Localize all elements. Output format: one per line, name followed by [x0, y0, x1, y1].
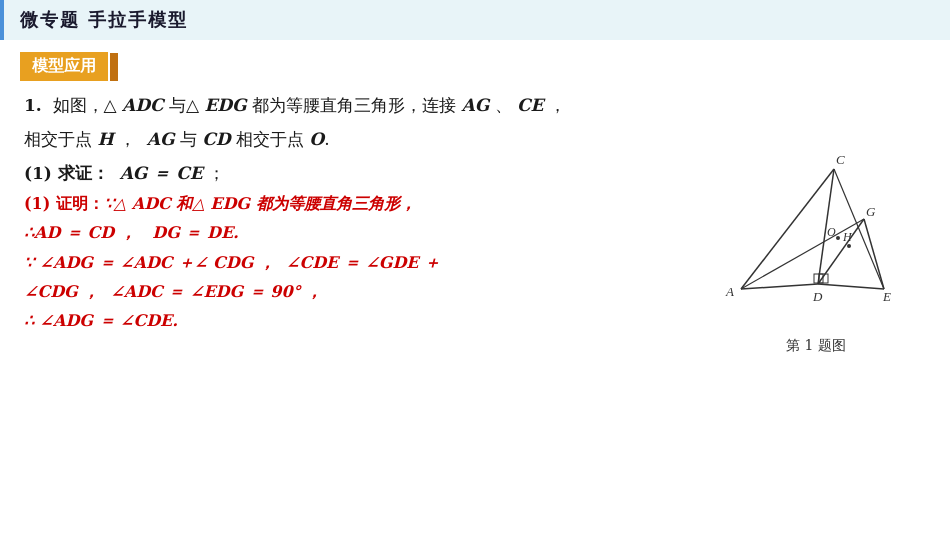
header-bar: 微专题 手拉手模型: [0, 0, 950, 40]
proof-line2: ∴AD ＝ CD ， DG ＝ DE.: [24, 219, 696, 246]
geometry-diagram: C A D E G H O: [716, 131, 916, 331]
problem-intro-line1: 1. 如图，△ ADC 与△ EDG 都为等腰直角三角形，连接 AG 、 CE …: [24, 91, 696, 121]
diagram-caption: 第 1 题图: [786, 337, 846, 355]
label-H: H: [842, 230, 853, 244]
question-label: (1) 求证：: [24, 163, 109, 183]
label-A: A: [725, 284, 734, 299]
svg-point-10: [836, 236, 840, 240]
main-content: 1. 如图，△ ADC 与△ EDG 都为等腰直角三角形，连接 AG 、 CE …: [0, 91, 950, 355]
question-content: AG ＝ CE: [120, 163, 203, 183]
problem-intro-line2: 相交于点 H ， AG 与 CD 相交于点 O.: [24, 125, 696, 155]
diagram-area: C A D E G H O 第 1 题图: [706, 91, 926, 355]
label-C: C: [836, 152, 845, 167]
label-G: G: [866, 204, 876, 219]
problem-intro-text: 如图，△ ADC 与△ EDG 都为等腰直角三角形，连接 AG 、 CE ，: [47, 95, 566, 115]
proof-line4: ∠CDG ， ∠ADC ＝ ∠EDG ＝ 90° ，: [24, 278, 696, 305]
page-container: 微专题 手拉手模型 模型应用 1. 如图，△ ADC 与△ EDG 都为等腰直角…: [0, 0, 950, 535]
svg-line-3: [818, 284, 884, 289]
svg-line-4: [864, 219, 884, 289]
label-O: O: [827, 225, 836, 239]
proof-line5: ∴ ∠ADG ＝ ∠CDE.: [24, 307, 696, 334]
proof-line-label: (1) 证明：∵△ ADC 和△ EDG 都为等腰直角三角形，: [24, 190, 696, 217]
svg-line-7: [834, 169, 884, 289]
proof-line3: ∵ ∠ADG ＝ ∠ADC ＋∠ CDG ， ∠CDE ＝ ∠GDE ＋: [24, 249, 696, 276]
label-D: D: [812, 289, 823, 304]
section-label-bar: [110, 53, 118, 81]
section-label-container: 模型应用: [20, 52, 930, 81]
text-content: 1. 如图，△ ADC 与△ EDG 都为等腰直角三角形，连接 AG 、 CE …: [24, 91, 706, 355]
problem-number: 1.: [24, 95, 42, 115]
header-title: 微专题 手拉手模型: [20, 8, 188, 32]
question-line: (1) 求证： AG ＝ CE ；: [24, 159, 696, 189]
svg-point-11: [847, 244, 851, 248]
proof-label: (1) 证明：: [24, 194, 104, 213]
section-label: 模型应用: [20, 52, 108, 81]
label-E: E: [882, 289, 891, 304]
svg-line-0: [741, 284, 818, 289]
